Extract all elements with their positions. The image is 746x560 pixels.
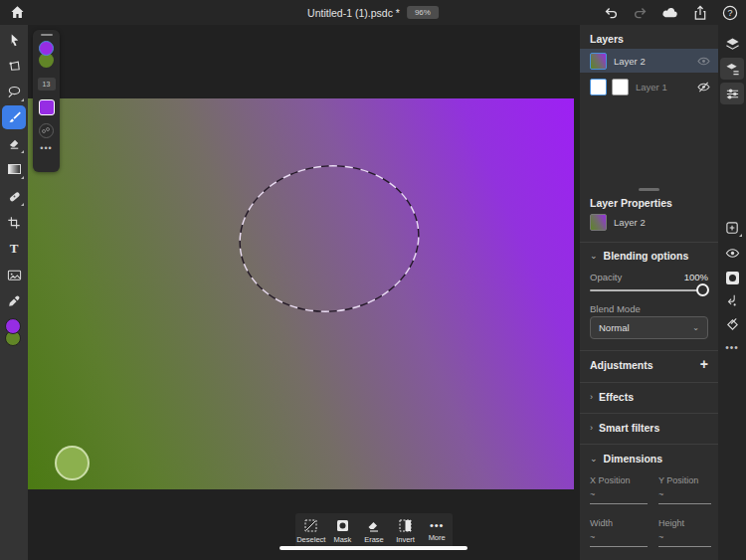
effects-header[interactable]: › Effects <box>580 391 644 403</box>
share-icon[interactable] <box>691 4 708 21</box>
brush-blend-icon[interactable] <box>39 123 54 138</box>
type-glyph: T <box>10 241 19 257</box>
layers-panel-title: Layers <box>580 33 634 45</box>
place-image-tool[interactable] <box>2 263 26 286</box>
smart-filters-header[interactable]: › Smart filters <box>580 422 669 434</box>
layer-visibility-icon[interactable] <box>697 55 710 68</box>
layer-name: Layer 1 <box>636 82 697 93</box>
panel-switch-rail: ••• <box>718 25 746 560</box>
selection-action-bar: Deselect Mask Erase Invert ••• More <box>295 513 453 549</box>
more-button[interactable]: ••• More <box>421 521 453 542</box>
dimensions-header[interactable]: ⌄ Dimensions <box>580 453 672 465</box>
chevron-down-icon: ⌄ <box>590 454 598 464</box>
blend-mode-dropdown[interactable]: Normal ⌄ <box>590 316 708 339</box>
add-layer-icon[interactable] <box>720 217 744 239</box>
brush-color-indicator[interactable] <box>38 41 55 69</box>
x-position-field[interactable]: ~ <box>590 489 648 504</box>
chevron-down-icon: ⌄ <box>590 251 598 261</box>
mask-button[interactable]: Mask <box>327 519 359 544</box>
brush-size-field[interactable]: 13 <box>38 78 56 91</box>
foreground-background-color-chip[interactable] <box>5 318 23 348</box>
erase-label: Erase <box>364 535 384 544</box>
brush-color-swatch[interactable] <box>39 99 55 115</box>
brush-more-options-icon[interactable]: ••• <box>40 145 52 151</box>
chevron-right-icon: › <box>590 392 593 402</box>
y-position-field[interactable]: ~ <box>658 489 711 504</box>
adjustments-header[interactable]: Adjustments + <box>580 359 718 371</box>
crop-tool[interactable] <box>2 211 26 235</box>
opacity-slider-track[interactable] <box>590 289 708 291</box>
adjustments-label: Adjustments <box>590 359 653 371</box>
svg-text:?: ? <box>727 8 732 18</box>
zoom-level-badge[interactable]: 96% <box>407 6 439 19</box>
eyedropper-tool[interactable] <box>2 289 26 313</box>
layer-row-layer-1[interactable]: Layer 1 <box>580 75 718 98</box>
blending-options-label: Blending options <box>604 250 689 262</box>
width-label: Width <box>590 518 613 528</box>
invert-button[interactable]: Invert <box>390 519 422 544</box>
move-tool[interactable] <box>2 28 26 52</box>
top-bar: Untitled-1 (1).psdc * 96% ? <box>0 0 746 25</box>
layer-hidden-icon[interactable] <box>697 81 710 93</box>
foreground-color-swatch <box>5 318 21 334</box>
blend-dot <box>46 127 50 131</box>
undo-icon[interactable] <box>602 4 619 21</box>
deselect-button[interactable]: Deselect <box>295 519 327 544</box>
opacity-slider-knob[interactable] <box>696 283 709 296</box>
subtool-indicator <box>739 234 742 237</box>
opacity-label: Opacity <box>590 272 622 282</box>
home-icon[interactable] <box>9 4 26 21</box>
panel-resize-handle[interactable] <box>639 188 659 191</box>
brush-tool[interactable] <box>2 105 26 129</box>
lasso-tool[interactable] <box>2 80 26 103</box>
divider <box>580 444 718 445</box>
mask-label: Mask <box>333 535 351 544</box>
subtool-indicator <box>21 150 24 153</box>
layer-row-layer-2[interactable]: Layer 2 <box>580 49 718 73</box>
divider <box>580 242 718 243</box>
transform-tool[interactable] <box>2 54 26 78</box>
help-icon[interactable]: ? <box>721 4 738 21</box>
layer-name: Layer 2 <box>614 56 697 67</box>
home-indicator[interactable] <box>280 546 467 550</box>
active-layer-thumbnail <box>590 214 607 231</box>
more-label: More <box>429 533 446 542</box>
add-adjustment-icon[interactable]: + <box>700 359 708 369</box>
lock-layer-icon[interactable] <box>720 312 744 334</box>
more-options-icon: ••• <box>430 521 445 530</box>
divider <box>580 413 718 414</box>
layer-visibility-icon[interactable] <box>720 242 744 264</box>
clipping-mask-icon[interactable] <box>720 289 744 311</box>
layer-thumbnail <box>590 53 607 70</box>
canvas[interactable] <box>28 98 574 489</box>
edit-settings-panel-icon[interactable] <box>720 83 744 104</box>
gradient-tool[interactable] <box>2 157 26 181</box>
cloud-sync-icon[interactable] <box>661 4 678 21</box>
flyout-drag-handle[interactable] <box>41 34 53 36</box>
invert-label: Invert <box>396 535 415 544</box>
eraser-tool[interactable] <box>2 131 26 155</box>
divider <box>580 382 718 383</box>
blend-mode-label: Blend Mode <box>580 303 651 314</box>
blending-options-header[interactable]: ⌄ Blending options <box>580 250 698 262</box>
more-layer-options-icon[interactable]: ••• <box>720 336 744 358</box>
active-layer-summary: Layer 2 <box>590 214 646 231</box>
layer-mask-icon[interactable] <box>720 267 744 288</box>
layers-panel-icon[interactable] <box>720 33 744 55</box>
opacity-row: Opacity 100% <box>590 272 708 282</box>
layer-mask-thumbnail <box>612 79 629 95</box>
y-position-label: Y Position <box>658 475 698 485</box>
dimensions-label: Dimensions <box>604 453 663 465</box>
erase-button[interactable]: Erase <box>358 519 390 544</box>
layer-properties-panel-icon[interactable] <box>720 58 744 80</box>
width-field[interactable]: ~ <box>590 532 648 547</box>
redo-icon[interactable] <box>632 4 649 21</box>
active-layer-name: Layer 2 <box>614 217 646 228</box>
type-tool[interactable]: T <box>2 237 26 261</box>
layer-properties-title: Layer Properties <box>580 197 682 209</box>
healing-brush-tool[interactable] <box>2 184 26 208</box>
mask-glyph <box>726 272 739 284</box>
height-field[interactable]: ~ <box>658 532 711 547</box>
chevron-right-icon: › <box>590 423 593 433</box>
selection-marching-ants <box>28 98 574 489</box>
